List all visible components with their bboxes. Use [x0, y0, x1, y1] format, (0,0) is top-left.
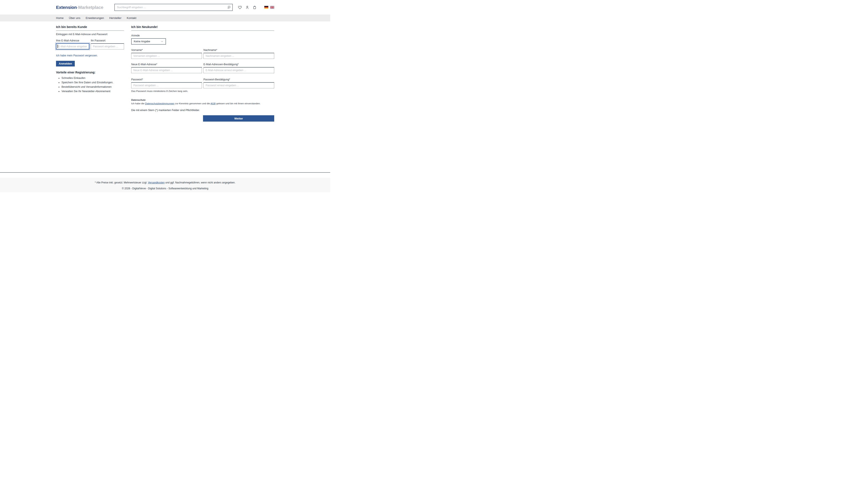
salutation-select[interactable]: Keine Angabe [131, 38, 166, 45]
terms-link[interactable]: AGB [211, 102, 216, 105]
search-icon[interactable] [227, 5, 231, 9]
required-fields-note: Die mit einem Stern (*) markierten Felde… [131, 109, 274, 112]
last-name-input[interactable] [203, 53, 274, 59]
privacy-block: Datenschutz Ich habe die Datenschutzbest… [131, 99, 274, 105]
footer: * Alle Preise inkl. gesetzl. Mehrwertste… [0, 172, 330, 192]
flag-german-icon[interactable] [264, 6, 268, 9]
email-confirm-label: E-Mail-Adressen-Bestätigung* [203, 63, 274, 66]
privacy-text-before: Ich habe die [131, 102, 145, 105]
login-password-label: Ihr Passwort [91, 39, 124, 42]
salutation-selected-value: Keine Angabe [134, 40, 150, 43]
nav-item-about[interactable]: Über uns [69, 16, 80, 20]
benefit-item: Bestellübersicht und Versandinformatione… [62, 85, 124, 89]
login-section: Ich bin bereits Kunde Einloggen mit E-Ma… [56, 25, 124, 122]
footer-bar: * Alle Preise inkl. gesetzl. Mehrwertste… [0, 178, 330, 192]
salutation-label: Anrede [131, 34, 274, 37]
password-hint: Das Passwort muss mindestens 8 Zeichen l… [131, 90, 274, 92]
search-input[interactable] [114, 4, 233, 11]
privacy-text-middle: zur Kenntnis genommen und die [174, 102, 210, 105]
register-section: Ich bin Neukunde! Anrede Keine Angabe Vo… [131, 25, 274, 122]
search-box [114, 4, 233, 11]
nav-item-contact[interactable]: Kontakt [127, 16, 136, 20]
header-icon-group [238, 5, 256, 9]
language-switcher [264, 6, 274, 9]
footer-note-after: und ggf. Nachnahmegebühren, wenn nicht a… [165, 181, 235, 184]
footer-note-before: * Alle Preise inkl. gesetzl. Mehrwertste… [95, 181, 148, 184]
new-email-label: Neue E-Mail-Adresse* [131, 63, 202, 66]
register-password-label: Passwort* [131, 78, 202, 81]
login-title: Ich bin bereits Kunde [56, 25, 124, 31]
register-title: Ich bin Neukunde! [131, 25, 274, 31]
last-name-label: Nachname* [203, 49, 274, 51]
new-email-input[interactable] [131, 67, 202, 73]
wishlist-heart-icon[interactable] [238, 5, 242, 9]
nav-item-home[interactable]: Home [56, 16, 64, 20]
password-confirm-label: Passwort-Bestätigung* [203, 78, 274, 81]
benefits-title: Vorteile einer Registrierung: [56, 71, 124, 74]
brand-logo-secondary: -Marketplace [77, 5, 103, 10]
login-submit-button[interactable]: Anmelden [56, 61, 75, 67]
nav-item-manufacturers[interactable]: Hersteller [109, 16, 122, 20]
chevron-down-icon [161, 40, 164, 43]
benefit-item: Schnelles Einkaufen [62, 76, 124, 80]
header: Extension-Marketplace [56, 0, 274, 14]
account-user-icon[interactable] [245, 5, 249, 9]
nav-item-extensions[interactable]: Erweiterungen [86, 16, 104, 20]
privacy-policy-link[interactable]: Datenschutzbestimmungen [145, 102, 174, 105]
cart-bag-icon[interactable] [253, 5, 256, 9]
main-nav: Home Über uns Erweiterungen Hersteller K… [0, 14, 330, 21]
login-subtitle: Einloggen mit E-Mail-Adresse und Passwor… [56, 33, 124, 36]
brand-logo-primary: Extension [56, 5, 77, 10]
flag-british-icon[interactable] [270, 6, 274, 9]
text-caret [57, 45, 58, 48]
footer-price-note: * Alle Preise inkl. gesetzl. Mehrwertste… [0, 181, 330, 184]
shipping-costs-link[interactable]: Versandkosten [148, 181, 165, 184]
forgot-password-link[interactable]: Ich habe mein Passwort vergessen. [56, 54, 98, 57]
register-password-input[interactable] [131, 82, 202, 88]
register-submit-button[interactable]: Weiter [203, 115, 274, 122]
brand-logo[interactable]: Extension-Marketplace [56, 5, 103, 10]
password-confirm-input[interactable] [203, 82, 274, 88]
benefits-list: Schnelles Einkaufen Speichern Sie Ihre D… [56, 76, 124, 93]
email-confirm-input[interactable] [203, 67, 274, 73]
footer-copyright: © 2026 - DigitalVerve - Digital Solution… [0, 187, 330, 190]
login-password-input[interactable] [91, 43, 124, 49]
privacy-title: Datenschutz [131, 99, 274, 101]
first-name-input[interactable] [131, 53, 202, 59]
main-content: Ich bin bereits Kunde Einloggen mit E-Ma… [56, 21, 274, 122]
privacy-text: Ich habe die Datenschutzbestimmungen zur… [131, 102, 274, 105]
first-name-label: Vorname* [131, 49, 202, 51]
footer-divider [0, 172, 330, 173]
privacy-text-after: gelesen und bin mit ihnen einverstanden. [216, 102, 260, 105]
benefit-item: Verwalten Sie Ihr Newsletter-Abonnement [62, 90, 124, 93]
login-email-input[interactable] [56, 43, 89, 49]
login-email-label: Ihre E-Mail-Adresse [56, 39, 89, 42]
benefit-item: Speichern Sie Ihre Daten und Einstellung… [62, 81, 124, 84]
